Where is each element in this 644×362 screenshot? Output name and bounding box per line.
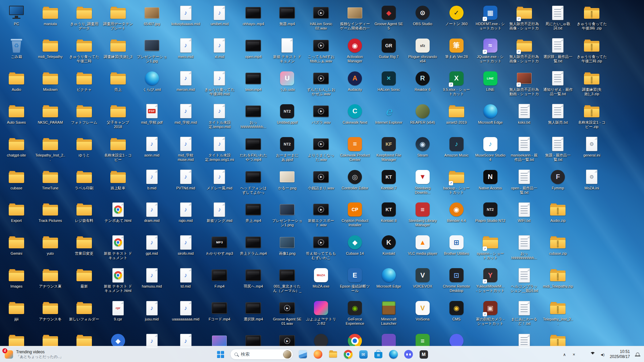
taskbar-app-m-app[interactable]: M [417, 348, 430, 361]
desktop-icon[interactable]: 調査練習(失敗)_3 [102, 36, 134, 68]
desktop-icon[interactable]: open - 親作品一覧.txt [508, 168, 540, 199]
desktop-icon[interactable]: Track Pictures [35, 200, 66, 232]
taskbar-app-file-explorer[interactable] [326, 348, 340, 361]
widgets-button[interactable]: 4 Trending videos 「あとちょっとだったの..」 [1, 348, 67, 361]
desktop-icon[interactable]: ▶Groove Agent SE 01.wav [271, 299, 303, 330]
desktop-icon[interactable]: AAudacity [339, 69, 371, 101]
desktop-icon[interactable]: きゅうり食ってた午後三時 [68, 36, 100, 68]
desktop-icon[interactable]: ↗syasinn - ショートカット [475, 233, 506, 265]
desktop-icon[interactable]: NT2Piapro Studio NT2 [475, 200, 506, 232]
desktop-icon[interactable]: ヘッドフォンはずしてよかった.mp4 [237, 168, 269, 199]
desktop-icon[interactable]: ▲VLC media player [407, 233, 438, 265]
desktop-icon[interactable]: NT2おーまーまにあ.ppsf [271, 135, 303, 167]
desktop-icon[interactable]: yuto [35, 233, 66, 265]
desktop-icon[interactable]: ♪kotusytuaaus.mid [170, 3, 202, 35]
desktop-icon[interactable]: ohhayo-.mp4 [237, 3, 269, 35]
desktop-icon[interactable]: アナウンス夏 [35, 266, 66, 298]
desktop-icon[interactable]: ♪きゅうり食ってた午後3時.mid [204, 69, 235, 101]
desktop-icon[interactable]: KKontakt [373, 233, 405, 265]
desktop-icon[interactable]: 画像1.png [271, 233, 303, 265]
desktop-icon[interactable]: manisekarin - 親作品一覧.txt [508, 135, 540, 167]
desktop-icon[interactable]: jijii [1, 299, 32, 330]
desktop-icon[interactable]: 死にたい_ゅ歌詞.txt [542, 3, 574, 35]
desktop-icon[interactable]: CCakewalk Next [339, 102, 371, 134]
desktop-icon[interactable]: ▶よりうまくなった.wav [305, 135, 337, 167]
desktop-icon[interactable]: maniuta [35, 3, 66, 35]
desktop-icon[interactable]: NKSC_PARAM [35, 102, 66, 134]
desktop-icon[interactable]: 名称未設定1 - コピー [102, 135, 134, 167]
desktop-icon[interactable]: EEpson 接続診断ツール [339, 266, 371, 298]
desktop-icon[interactable]: cubase [1, 168, 32, 199]
desktop-icon[interactable]: ⚙MoZA.ini [576, 168, 607, 199]
desktop-icon[interactable]: ↗backup - ショートカット [441, 168, 472, 199]
desktop-icon[interactable]: 65407.jpg [136, 3, 168, 35]
desktop-icon[interactable]: ▶答え知っててももむずいわこあ.wav [305, 233, 337, 265]
desktop-icon[interactable]: Telepathy_Inst_2... [542, 299, 574, 330]
desktop-icon[interactable]: Images [1, 266, 32, 298]
desktop-icon[interactable]: Gemini [1, 233, 32, 265]
desktop-icon[interactable]: ♪Amazon Music [441, 135, 472, 167]
desktop-icon[interactable]: Microsoft Edge [475, 102, 506, 134]
taskbar-clock[interactable]: 10:51 2025/08/17 [607, 349, 633, 360]
desktop-icon[interactable]: Uうみ.ustx [271, 69, 303, 101]
desktop-icon[interactable]: プレゼンテーション1.png [271, 200, 303, 232]
desktop-icon[interactable]: きゅうり食ってた午後3時 .zip [576, 3, 607, 35]
desktop-icon[interactable]: アナウンス冬 [35, 299, 66, 330]
desktop-icon[interactable]: CPCrypton Product Installer [339, 200, 371, 232]
desktop-icon[interactable]: ♪mid_学校muse.mid [170, 135, 202, 167]
desktop-icon[interactable]: ♪gpt.mid [136, 233, 168, 265]
desktop-icon[interactable]: くらび.xml [136, 69, 168, 101]
desktop-icon[interactable]: 001_東北きりたん（ノーマル）_今じゃ... [271, 266, 303, 298]
desktop-icon[interactable]: 最新 [68, 266, 100, 298]
desktop-icon[interactable]: teion.mp4 [237, 69, 269, 101]
desktop-icon[interactable]: Telepathy_Inst_2... [35, 135, 66, 167]
desktop-icon[interactable]: eInternet Explorer [373, 102, 405, 134]
desktop-icon[interactable]: おっhhhhhhhhhhh... [237, 102, 269, 134]
desktop-icon[interactable]: まにあにわーるど！.txt [508, 299, 540, 330]
desktop-icon[interactable]: midi_Telepathy.zip [542, 266, 574, 298]
desktop-icon[interactable]: ♪xl.mid [204, 36, 235, 68]
desktop-icon[interactable]: Y↗YukkuriMovieM... - ショートカット [475, 266, 506, 298]
desktop-icon[interactable]: 新規 テキスト ドキュメント (2).html [102, 233, 134, 265]
desktop-icon[interactable]: ≈↗JQuake.exe - ショートカット [475, 36, 506, 68]
desktop-icon[interactable]: ラベル印刷 [68, 168, 100, 199]
desktop-icon[interactable]: RReaktor 6 [407, 69, 438, 101]
desktop-icon[interactable]: 無題.mp4 [271, 3, 303, 35]
desktop-icon[interactable]: MoZAMoZA.exe [305, 266, 337, 298]
desktop-icon[interactable]: ×HALion Sonic [373, 69, 405, 101]
desktop-icon[interactable]: 羽尻へ.mp4 [237, 266, 269, 298]
desktop-icon[interactable]: ⊞Brother Utilities [441, 233, 472, 265]
desktop-icon[interactable]: ♪sirofo.mid [170, 233, 202, 265]
start-button[interactable] [214, 348, 227, 361]
search-highlight-thumbnail[interactable] [283, 350, 291, 359]
tray-chevron-up-button[interactable]: ∧ [560, 349, 569, 360]
desktop-icon[interactable]: WIFI.txt [508, 200, 540, 232]
desktop-icon[interactable]: F.mp4 [204, 266, 235, 298]
desktop-icon[interactable]: ぷよぷよ™テトリス®2 [305, 299, 337, 330]
desktop-icon[interactable]: 路上駐車 [102, 168, 134, 199]
desktop-icon[interactable]: ⚙general.ini [576, 135, 607, 167]
taskbar-app-edge[interactable] [387, 348, 400, 361]
tray-x-app-button[interactable]: × [570, 349, 578, 360]
desktop-icon[interactable]: 井上ドラム.mp4 [237, 233, 269, 265]
desktop-icon[interactable]: 選択肢 - 親作品一覧.txt [542, 36, 574, 68]
desktop-icon[interactable]: Mixdown [35, 69, 66, 101]
desktop-icon[interactable]: GRGuitar Rig 7 [373, 36, 405, 68]
desktop-icon[interactable]: ♪jusu.mid [136, 299, 168, 330]
desktop-icon[interactable]: Audio.zip [542, 200, 574, 232]
desktop-icon[interactable]: REAPER (x64) [407, 102, 438, 134]
desktop-icon[interactable]: 無題 - 親作品一覧.txt [542, 135, 574, 167]
desktop-icon[interactable]: ⊙OBS Studio [407, 3, 438, 35]
desktop-icon[interactable]: 調査練習(失敗)_3.zip [576, 69, 607, 101]
desktop-icon[interactable]: 通知りぜえ - 親作品一覧.txt [542, 69, 574, 101]
desktop-icon[interactable]: ♪aorin.mid [136, 135, 168, 167]
desktop-wallpaper[interactable]: PC♻ごみ箱AudioAuto Saveschatgpt-sitecubaseE… [0, 0, 644, 362]
desktop-icon[interactable]: ▶小銭詰まり.wav [305, 168, 337, 199]
desktop-icon[interactable]: cpr9.cpr [102, 299, 134, 330]
desktop-icon[interactable]: 父子キャンプ2018 [102, 102, 134, 134]
desktop-icon[interactable]: ▣↗家の防犯カメラ - ショートカット [475, 299, 506, 330]
desktop-icon[interactable]: おっhhhhhhhhhhh... [508, 233, 540, 265]
desktop-icon[interactable]: ♪dram.mid [136, 200, 168, 232]
desktop-icon[interactable]: ↗無人販売不正行為動画 - ショートカット [508, 69, 540, 101]
desktop-icon[interactable]: ◉Activation Manager [339, 36, 371, 68]
